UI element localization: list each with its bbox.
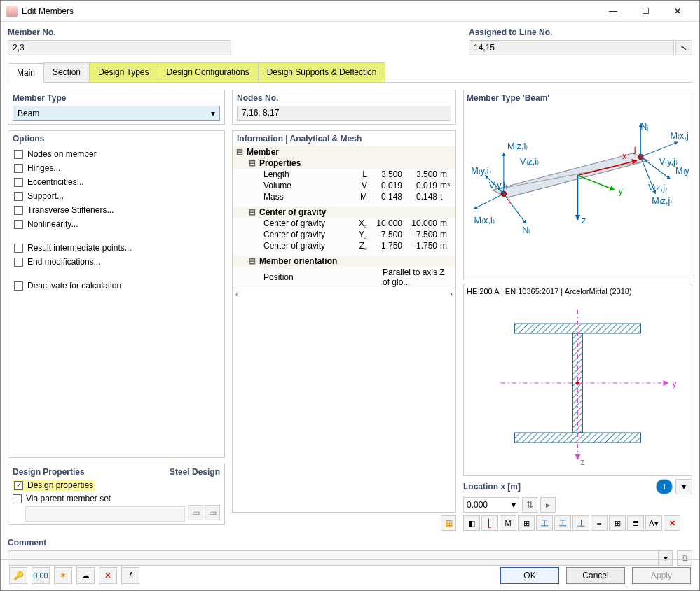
member-no-label: Member No. bbox=[8, 27, 231, 37]
preview-caption: Member Type 'Beam' bbox=[467, 93, 689, 103]
member-type-group: Member Type Beam ▾ bbox=[8, 90, 225, 125]
steel-design-label: Steel Design bbox=[170, 467, 220, 480]
svg-text:i: i bbox=[508, 196, 510, 206]
ok-button[interactable]: OK bbox=[500, 567, 559, 584]
tb-btn-4[interactable]: ⊞ bbox=[518, 515, 535, 531]
svg-line-1 bbox=[493, 160, 648, 190]
tab-section[interactable]: Section bbox=[43, 62, 90, 82]
titlebar: Edit Members — ☐ ✕ bbox=[1, 1, 699, 22]
tab-design-types[interactable]: Design Types bbox=[89, 62, 158, 82]
nodes-group: Nodes No. 7,16; 8,17 bbox=[232, 90, 456, 125]
calc-button[interactable]: ☁ bbox=[76, 567, 95, 584]
nodes-value[interactable]: 7,16; 8,17 bbox=[237, 106, 451, 121]
svg-line-8 bbox=[474, 194, 504, 209]
parent-member-set-input[interactable] bbox=[25, 506, 185, 522]
section-title: HE 200 A | EN 10365:2017 | ArcelorMittal… bbox=[467, 287, 689, 296]
info-tree: Information | Analytical & Mesh ⊟Member … bbox=[232, 130, 456, 513]
chk-end-modifications[interactable]: End modifications... bbox=[14, 257, 219, 267]
tb-btn-11[interactable]: A▾ bbox=[645, 515, 662, 531]
member-no-input[interactable] bbox=[8, 40, 231, 55]
svg-text:x: x bbox=[622, 151, 627, 161]
member-type-select[interactable]: Beam ▾ bbox=[13, 106, 220, 121]
new-icon: ▭ bbox=[192, 508, 200, 517]
svg-text:M₍z,i₎: M₍z,i₎ bbox=[507, 141, 528, 151]
chk-eccentricities[interactable]: Eccentricities... bbox=[14, 177, 219, 187]
coords-button[interactable]: ✶ bbox=[54, 567, 72, 584]
tabs: Main Section Design Types Design Configu… bbox=[8, 62, 692, 83]
svg-text:j: j bbox=[633, 144, 636, 154]
info-button[interactable]: i bbox=[656, 479, 673, 494]
app-icon bbox=[6, 6, 18, 17]
apply-button[interactable]: Apply bbox=[632, 567, 691, 584]
delete-button[interactable]: ✕ bbox=[99, 567, 117, 584]
collapse-icon[interactable]: ⊟ bbox=[248, 207, 256, 217]
chk-deactivate[interactable]: Deactivate for calculation bbox=[14, 281, 219, 291]
units-button[interactable]: 0,00 bbox=[32, 567, 50, 584]
window-title: Edit Members bbox=[22, 6, 597, 16]
section-preview: HE 200 A | EN 10365:2017 | ArcelorMittal… bbox=[463, 284, 692, 476]
script-button[interactable]: f bbox=[121, 567, 139, 584]
chk-support[interactable]: Support... bbox=[14, 191, 219, 201]
svg-text:y: y bbox=[673, 379, 677, 389]
tb-btn-delete[interactable]: ✕ bbox=[664, 515, 680, 531]
minimize-button[interactable]: — bbox=[597, 1, 629, 22]
right-toolbar: ◧ ⎣ M ⊞ 工 工 丄 ≡ ⊞ ≣ A▾ ✕ bbox=[463, 515, 692, 531]
tb-btn-1[interactable]: ◧ bbox=[463, 515, 480, 531]
parent-new-button[interactable]: ▭ bbox=[188, 505, 203, 520]
tb-btn-3[interactable]: M bbox=[500, 515, 516, 531]
tb-btn-7[interactable]: 丄 bbox=[572, 515, 589, 531]
filter-button[interactable]: ▾ bbox=[675, 479, 692, 494]
collapse-icon[interactable]: ⊟ bbox=[248, 158, 256, 168]
spin-up-down[interactable]: ⇅ bbox=[522, 497, 537, 513]
assigned-label: Assigned to Line No. bbox=[469, 27, 692, 37]
tree-scrollbar[interactable]: ‹› bbox=[233, 288, 455, 299]
chk-nonlinearity[interactable]: Nonlinearity... bbox=[14, 219, 219, 229]
svg-point-42 bbox=[576, 382, 579, 385]
chk-transverse-stiffeners[interactable]: Transverse Stiffeners... bbox=[14, 205, 219, 215]
chk-design-properties[interactable]: Design properties bbox=[14, 480, 93, 490]
tab-main[interactable]: Main bbox=[8, 63, 44, 83]
parent-edit-button[interactable]: ▭ bbox=[205, 505, 220, 520]
edit-icon: ▭ bbox=[209, 508, 217, 517]
assigned-input[interactable] bbox=[469, 40, 674, 55]
play-button[interactable]: ▸ bbox=[540, 497, 556, 513]
script-icon: f bbox=[129, 571, 131, 580]
svg-text:V₍z,j₎: V₍z,j₎ bbox=[648, 183, 667, 193]
tb-btn-5[interactable]: 工 bbox=[536, 515, 553, 531]
svg-line-12 bbox=[640, 142, 678, 157]
comment-label: Comment bbox=[8, 538, 673, 548]
tb-btn-2[interactable]: ⎣ bbox=[481, 515, 498, 531]
chk-via-parent[interactable]: Via parent member set bbox=[13, 494, 220, 503]
help-button[interactable]: 🔑 bbox=[9, 567, 27, 584]
chk-result-intermediate[interactable]: Result intermediate points... bbox=[14, 243, 219, 253]
tb-btn-8[interactable]: ≡ bbox=[591, 515, 608, 531]
close-button[interactable]: ✕ bbox=[661, 1, 694, 22]
tab-design-supports[interactable]: Design Supports & Deflection bbox=[258, 62, 386, 82]
collapse-icon[interactable]: ⊟ bbox=[248, 256, 256, 266]
chevron-down-icon: ▾ bbox=[211, 109, 215, 118]
tb-btn-6[interactable]: 工 bbox=[554, 515, 571, 531]
section-diagram: y z bbox=[467, 296, 689, 471]
calc-icon: ☁ bbox=[81, 571, 90, 580]
info-title: Information | Analytical & Mesh bbox=[233, 131, 455, 146]
tab-design-config[interactable]: Design Configurations bbox=[158, 62, 259, 82]
svg-text:M₍x,i₎: M₍x,i₎ bbox=[474, 216, 495, 225]
nodes-label: Nodes No. bbox=[237, 93, 451, 103]
svg-marker-38 bbox=[664, 380, 669, 386]
filter-icon: ▾ bbox=[682, 482, 686, 492]
svg-line-10 bbox=[504, 194, 526, 223]
chk-nodes-on-member[interactable]: Nodes on member bbox=[14, 149, 219, 159]
tree-settings-button[interactable]: ▦ bbox=[441, 515, 456, 531]
cancel-button[interactable]: Cancel bbox=[566, 567, 625, 584]
svg-marker-39 bbox=[575, 454, 581, 460]
options-label: Options bbox=[13, 134, 220, 144]
design-properties-label: Design Properties bbox=[13, 467, 85, 477]
tb-btn-10[interactable]: ≣ bbox=[627, 515, 644, 531]
location-spinner[interactable]: 0.000 ▾ bbox=[463, 497, 519, 513]
tb-btn-9[interactable]: ⊞ bbox=[609, 515, 626, 531]
pick-line-button[interactable]: ↖ bbox=[675, 40, 692, 55]
chk-hinges[interactable]: Hinges... bbox=[14, 163, 219, 173]
maximize-button[interactable]: ☐ bbox=[629, 1, 661, 22]
member-type-value: Beam bbox=[18, 109, 39, 118]
collapse-icon[interactable]: ⊟ bbox=[235, 147, 244, 157]
